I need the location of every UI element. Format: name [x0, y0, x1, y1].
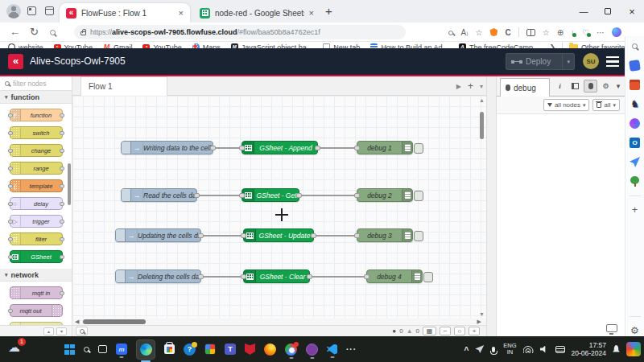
- clear-messages-button[interactable]: all ▾: [592, 99, 620, 111]
- gsheet-append-node[interactable]: GSheet - Append: [242, 141, 318, 154]
- microsoft-store-icon[interactable]: [164, 344, 175, 354]
- add-flow-button[interactable]: +: [468, 80, 473, 92]
- flow-tab[interactable]: Flow 1: [80, 76, 167, 96]
- teams-icon[interactable]: T: [225, 343, 236, 355]
- flow-grid[interactable]: → Writing data to the cells GSheet - App…: [72, 96, 486, 319]
- debug-tab-icon[interactable]: [584, 80, 597, 93]
- browser-tab-sheets[interactable]: node-red - Google Sheets ×: [193, 3, 320, 23]
- browser-essentials-icon[interactable]: ♡: [582, 28, 589, 37]
- volume-icon[interactable]: [540, 346, 549, 353]
- sidebar-search-icon[interactable]: [630, 41, 640, 51]
- edge-browser-icon[interactable]: [136, 339, 155, 360]
- sidebar-tools-icon[interactable]: [630, 80, 640, 90]
- gsheet-get-node[interactable]: GSheet - Get: [242, 188, 299, 202]
- sidebar-copilot-icon[interactable]: [630, 118, 640, 129]
- sidebar-games-icon[interactable]: ♞: [630, 99, 641, 109]
- debug-node[interactable]: debug 2: [357, 188, 413, 202]
- canvas-search-button[interactable]: [76, 327, 88, 335]
- scroll-tabs-icon[interactable]: ▶: [456, 83, 461, 90]
- debug-node[interactable]: debug 3: [357, 228, 413, 242]
- palette-node-trigger[interactable]: ▷ trigger: [10, 215, 63, 228]
- debug-toggle-button[interactable]: [423, 272, 433, 282]
- github-desktop-icon[interactable]: [306, 343, 318, 356]
- inject-node[interactable]: → Updating the cells data: [115, 228, 201, 242]
- refresh-icon[interactable]: ↻: [30, 26, 39, 38]
- collections-icon[interactable]: ⊕: [557, 28, 564, 37]
- extension-icon[interactable]: C: [505, 28, 510, 37]
- search-icon[interactable]: [50, 26, 56, 38]
- debug-node[interactable]: debug 4: [366, 269, 423, 283]
- google-meet-icon[interactable]: [204, 343, 216, 355]
- address-bar[interactable]: https://alive-scops-owl-7905.flowfuse.cl…: [74, 25, 406, 39]
- scroll-down-icon[interactable]: ▼: [479, 311, 485, 317]
- scroll-up-icon[interactable]: ▲: [479, 97, 485, 103]
- metamask-extension-icon[interactable]: [489, 28, 497, 36]
- open-console-monitor-icon[interactable]: [606, 324, 617, 332]
- restore-button[interactable]: [596, 0, 620, 23]
- zoom-out-icon[interactable]: [448, 28, 453, 37]
- sidebar-outlook-icon[interactable]: O: [630, 138, 640, 148]
- hidden-icons-chevron[interactable]: ^: [464, 346, 469, 355]
- inject-node[interactable]: → Read the cells data: [121, 188, 197, 202]
- vscode-icon[interactable]: [327, 344, 337, 355]
- sidebar-options-caret-icon[interactable]: ▾: [614, 80, 622, 93]
- inject-button[interactable]: [122, 189, 131, 201]
- mcafee-icon[interactable]: [245, 343, 255, 355]
- debug-node[interactable]: debug 1: [357, 141, 413, 154]
- inject-node[interactable]: → Deleting the cells data: [115, 269, 201, 283]
- palette-search-input[interactable]: filter nodes: [0, 76, 72, 91]
- workspaces-icon[interactable]: [27, 6, 36, 15]
- main-menu-icon[interactable]: [606, 56, 619, 67]
- favorite-star-icon[interactable]: ☆: [475, 28, 482, 37]
- sidebar-settings-gear-icon[interactable]: ⚙: [630, 326, 640, 336]
- palette-node-gsheet[interactable]: GSheet: [10, 250, 63, 263]
- navigator-icon[interactable]: ▦: [423, 327, 436, 335]
- sidebar-drop-icon[interactable]: [630, 157, 640, 167]
- palette-node-mqtt-in[interactable]: mqtt in: [10, 286, 63, 299]
- palette-node-function[interactable]: ƒ function: [10, 109, 63, 121]
- sidebar-shopping-icon[interactable]: [629, 60, 641, 72]
- close-tab-icon[interactable]: ×: [179, 8, 184, 18]
- browser-tab-flowfuse[interactable]: « FlowFuse : Flow 1 ×: [60, 3, 190, 23]
- zoom-out-button[interactable]: −: [440, 327, 451, 335]
- close-tab-icon[interactable]: ×: [309, 8, 314, 18]
- palette-category-network[interactable]: ▾ network: [0, 269, 72, 282]
- palette-node-switch[interactable]: switch: [10, 126, 63, 139]
- info-tab-icon[interactable]: i: [553, 80, 567, 93]
- palette-node-filter[interactable]: ▽ filter: [10, 232, 63, 245]
- palette-scrollbar[interactable]: [68, 163, 71, 205]
- weather-widget-icon[interactable]: ☁1: [8, 340, 20, 355]
- widgets-icon[interactable]: [626, 342, 641, 356]
- collapse-all-icon[interactable]: ▴: [43, 327, 54, 335]
- mail-app-icon[interactable]: m: [116, 343, 127, 355]
- inject-button[interactable]: [116, 229, 126, 241]
- debug-tab[interactable]: debug: [500, 78, 550, 97]
- palette-node-delay[interactable]: ○ delay: [10, 197, 63, 210]
- chrome-icon[interactable]: [285, 343, 297, 356]
- taskbar-clock[interactable]: 17:5720-06-2024: [572, 341, 606, 357]
- settings-more-icon[interactable]: ⋯: [597, 28, 605, 37]
- inject-node[interactable]: → Writing data to the cells: [121, 141, 213, 154]
- sidebar-tree-icon[interactable]: [630, 176, 640, 187]
- gsheet-clear-node[interactable]: GSheet - Clear: [243, 269, 310, 283]
- debug-toggle-button[interactable]: [414, 191, 423, 201]
- palette-node-template[interactable]: { template: [10, 179, 63, 192]
- canvas-horizontal-scrollbar[interactable]: ◀ ▶: [72, 319, 486, 325]
- debug-toggle-button[interactable]: [414, 143, 423, 154]
- debug-toggle-button[interactable]: [414, 231, 423, 241]
- sidebar-add-icon[interactable]: +: [630, 205, 640, 216]
- taskbar-overflow-icon[interactable]: ···: [346, 345, 357, 354]
- gsheet-update-node[interactable]: GSheet - Update: [243, 228, 314, 242]
- palette-node-mqtt-out[interactable]: mqtt out: [10, 304, 63, 317]
- deploy-options-caret-icon[interactable]: ▾: [563, 59, 574, 65]
- expand-all-icon[interactable]: ▾: [56, 327, 67, 335]
- scroll-right-icon[interactable]: ▶: [477, 319, 481, 325]
- zoom-reset-button[interactable]: ○: [454, 327, 465, 335]
- notifications-bell-icon[interactable]: [613, 345, 620, 353]
- inject-button[interactable]: [116, 270, 126, 282]
- close-window-button[interactable]: ×: [620, 0, 644, 23]
- scroll-left-icon[interactable]: ◀: [75, 319, 79, 325]
- firefox-icon[interactable]: [264, 343, 276, 356]
- read-aloud-icon[interactable]: A⟩: [460, 28, 468, 37]
- config-gear-icon[interactable]: ⚙: [599, 80, 613, 93]
